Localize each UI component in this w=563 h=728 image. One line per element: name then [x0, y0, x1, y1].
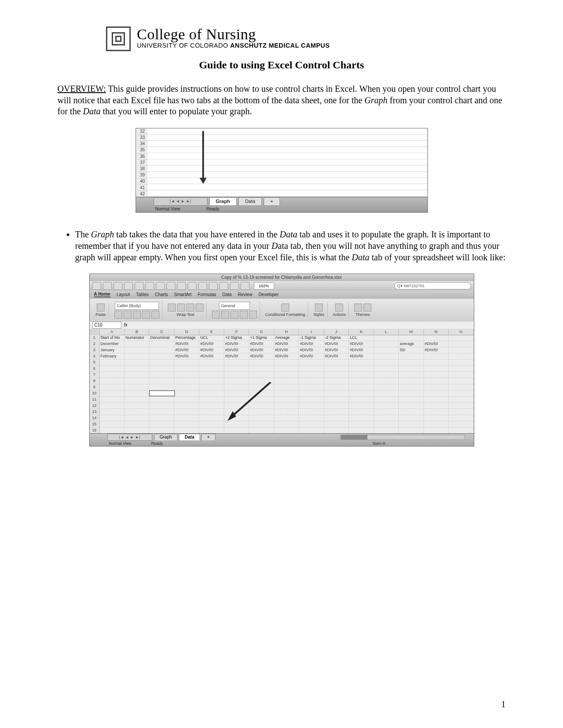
- cell[interactable]: [349, 360, 374, 365]
- cell[interactable]: [349, 372, 374, 378]
- cell[interactable]: [399, 397, 423, 402]
- sheet-tab-graph[interactable]: Graph: [154, 434, 178, 440]
- ribbon-tab[interactable]: A Home: [94, 292, 110, 297]
- cell[interactable]: [149, 366, 174, 372]
- cell[interactable]: [125, 415, 149, 421]
- help-icon[interactable]: [241, 282, 249, 290]
- cell[interactable]: [324, 372, 349, 378]
- cell[interactable]: [199, 397, 224, 402]
- cell[interactable]: [274, 421, 299, 427]
- cell[interactable]: [349, 409, 374, 415]
- paste-button[interactable]: [97, 304, 105, 311]
- cell[interactable]: [149, 428, 174, 433]
- cell[interactable]: [174, 378, 199, 384]
- column-header[interactable]: E: [199, 329, 224, 335]
- cell[interactable]: [274, 366, 299, 372]
- cell[interactable]: [249, 428, 274, 433]
- cell[interactable]: [399, 372, 423, 378]
- cell[interactable]: [299, 372, 324, 378]
- cell[interactable]: [100, 366, 125, 372]
- cell[interactable]: [374, 421, 399, 427]
- cell[interactable]: [299, 390, 324, 396]
- cell[interactable]: [299, 360, 324, 365]
- cell[interactable]: [149, 341, 174, 347]
- format-painter-icon[interactable]: [156, 282, 165, 290]
- cell[interactable]: [174, 366, 199, 372]
- cell[interactable]: [174, 409, 199, 415]
- column-header[interactable]: F: [224, 329, 249, 335]
- cell[interactable]: [374, 353, 399, 359]
- cell[interactable]: [274, 360, 299, 365]
- cell[interactable]: #DIV/0!: [224, 347, 249, 353]
- sort-icon[interactable]: [198, 282, 207, 290]
- cell[interactable]: [449, 341, 473, 347]
- ribbon-tab[interactable]: Data: [222, 292, 231, 297]
- cell[interactable]: #DIV/0!: [249, 347, 274, 353]
- cell[interactable]: [125, 341, 149, 347]
- cell[interactable]: #DIV/0!: [349, 347, 374, 353]
- cell[interactable]: [149, 347, 174, 353]
- cell[interactable]: [449, 428, 473, 433]
- cell[interactable]: [349, 403, 374, 409]
- gallery-icon[interactable]: [219, 282, 228, 290]
- cell[interactable]: [424, 415, 449, 421]
- cell[interactable]: [274, 428, 299, 433]
- redo-icon[interactable]: [177, 282, 186, 290]
- copy-icon[interactable]: [135, 282, 144, 290]
- cell[interactable]: [449, 335, 473, 341]
- merge-icon[interactable]: [196, 304, 204, 311]
- cell[interactable]: [199, 415, 224, 421]
- cell[interactable]: [349, 415, 374, 421]
- ribbon-tab[interactable]: Review: [238, 292, 253, 297]
- cell[interactable]: [424, 378, 449, 384]
- cell[interactable]: [324, 421, 349, 427]
- cell[interactable]: [424, 372, 449, 378]
- cell[interactable]: [449, 384, 473, 390]
- themes-icon[interactable]: [354, 304, 362, 311]
- cell[interactable]: [100, 390, 125, 396]
- cell[interactable]: [449, 409, 473, 415]
- cell[interactable]: Numerator: [125, 335, 149, 341]
- cell[interactable]: [424, 397, 449, 402]
- column-header[interactable]: L: [374, 329, 399, 335]
- cell[interactable]: [349, 366, 374, 372]
- cell[interactable]: [199, 366, 224, 372]
- cell[interactable]: #DIV/0!: [274, 347, 299, 353]
- sheet-nav-buttons[interactable]: |◄ ◄ ► ►|: [154, 197, 208, 206]
- cell[interactable]: [324, 360, 349, 365]
- cell[interactable]: January: [100, 347, 125, 353]
- cell[interactable]: [149, 421, 174, 427]
- cell[interactable]: #DIV/0!: [424, 347, 449, 353]
- cell[interactable]: average: [399, 341, 423, 347]
- column-header[interactable]: D: [174, 329, 199, 335]
- cell[interactable]: [100, 415, 125, 421]
- search-input[interactable]: Q▾ M87152701: [394, 282, 471, 289]
- cell[interactable]: -2 Sigma: [324, 335, 349, 341]
- conditional-formatting-icon[interactable]: [281, 304, 289, 311]
- cell[interactable]: Denominat: [149, 335, 174, 341]
- cell[interactable]: SD: [399, 347, 423, 353]
- cell[interactable]: [374, 403, 399, 409]
- cell[interactable]: [174, 384, 199, 390]
- cell[interactable]: [125, 403, 149, 409]
- cell[interactable]: [199, 409, 224, 415]
- cell[interactable]: [249, 378, 274, 384]
- cell[interactable]: [449, 353, 473, 359]
- cell[interactable]: [249, 409, 274, 415]
- cell[interactable]: [100, 372, 125, 378]
- cell[interactable]: [125, 384, 149, 390]
- cell[interactable]: [149, 353, 174, 359]
- cell[interactable]: [324, 428, 349, 433]
- cell[interactable]: [424, 384, 449, 390]
- cell[interactable]: [100, 384, 125, 390]
- ribbon-tab[interactable]: SmartArt: [174, 292, 191, 297]
- cell[interactable]: [174, 415, 199, 421]
- cell[interactable]: #DIV/0!: [349, 341, 374, 347]
- comma-icon[interactable]: [230, 311, 238, 319]
- cell[interactable]: [249, 360, 274, 365]
- cell[interactable]: [449, 366, 473, 372]
- column-header[interactable]: B: [125, 329, 149, 335]
- column-header[interactable]: I: [299, 329, 324, 335]
- cell[interactable]: [149, 384, 174, 390]
- column-header[interactable]: [90, 329, 100, 335]
